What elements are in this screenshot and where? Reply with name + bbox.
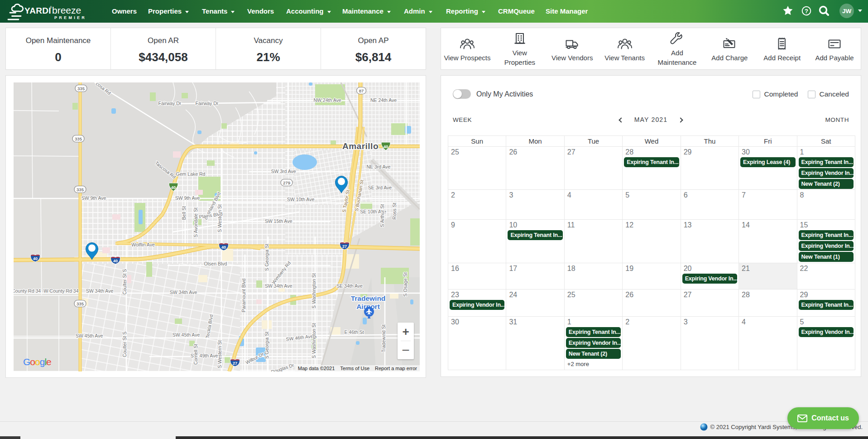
svg-text:S Avondale St: S Avondale St: [193, 207, 198, 237]
svg-text:335: 335: [77, 86, 85, 91]
svg-text:SW 3rd Ave: SW 3rd Ave: [271, 169, 296, 174]
svg-text:40: 40: [384, 144, 388, 149]
svg-text:NE 24th Ave: NE 24th Ave: [370, 97, 397, 103]
svg-text:?: ?: [805, 8, 808, 14]
svg-text:SW 45th Ave: SW 45th Ave: [173, 332, 200, 338]
svg-text:NW 24th Ave: NW 24th Ave: [313, 97, 341, 103]
svg-text:87: 87: [359, 88, 364, 93]
svg-text:SW 34th Ave: SW 34th Ave: [170, 289, 197, 295]
svg-text:Tradewind: Tradewind: [351, 294, 386, 302]
svg-text:SW 34th Ave: SW 34th Ave: [265, 283, 293, 289]
svg-text:335: 335: [75, 136, 82, 141]
svg-text:Wolflin Ave: Wolflin Ave: [131, 242, 155, 247]
svg-text:40: 40: [33, 256, 38, 261]
svg-text:E 46th St: E 46th St: [344, 329, 364, 335]
svg-text:40: 40: [171, 185, 176, 190]
svg-text:S Western St: S Western St: [217, 204, 222, 232]
svg-text:S Washington St: S Washington St: [311, 323, 317, 358]
svg-text:40: 40: [221, 245, 226, 250]
svg-text:S Osage St: S Osage St: [403, 272, 408, 297]
svg-text:27: 27: [233, 361, 237, 366]
svg-text:SE 3rd Ave: SE 3rd Ave: [368, 185, 392, 190]
svg-text:SW 15th Ave: SW 15th Ave: [265, 218, 293, 224]
svg-text:Coulter St S: Coulter St S: [122, 269, 127, 295]
svg-text:NE 3rd Ave: NE 3rd Ave: [367, 164, 391, 169]
svg-text:SW 9th Ave: SW 9th Ave: [82, 195, 106, 201]
svg-text:SE 34th Ave: SE 34th Ave: [336, 283, 363, 289]
svg-text:Ross St: Ross St: [392, 203, 397, 220]
svg-text:S Georgia St: S Georgia St: [264, 244, 269, 271]
svg-text:SW 9th Ave: SW 9th Ave: [175, 195, 200, 201]
svg-text:Fairway Dr: Fairway Dr: [196, 101, 219, 106]
svg-text:W County Rd 34: W County Rd 34: [43, 288, 78, 294]
svg-text:Cornell St: Cornell St: [193, 344, 198, 365]
svg-text:Tradewind St: Tradewind St: [381, 324, 386, 352]
svg-text:Gem Lake Rd: Gem Lake Rd: [176, 171, 206, 177]
svg-text:40: 40: [113, 259, 118, 263]
svg-text:SW 10th Ave: SW 10th Ave: [287, 197, 315, 202]
svg-text:Olsen Blvd: Olsen Blvd: [204, 261, 227, 266]
svg-text:S Georgia St: S Georgia St: [264, 332, 269, 359]
svg-text:County Rd 34: County Rd 34: [14, 288, 41, 294]
svg-text:S Western St: S Western St: [217, 340, 222, 368]
svg-text:Bell St: Bell St: [181, 206, 187, 220]
svg-text:279: 279: [283, 180, 290, 185]
svg-text:S Washington St: S Washington St: [311, 273, 317, 309]
svg-text:Coulter St S: Coulter St S: [122, 332, 127, 357]
svg-text:27: 27: [342, 244, 347, 249]
svg-text:335: 335: [77, 187, 84, 192]
svg-text:SW 45th Ave: SW 45th Ave: [76, 333, 103, 338]
svg-text:S Arthur St: S Arthur St: [379, 204, 385, 227]
svg-text:Amarillo: Amarillo: [342, 141, 379, 151]
svg-text:Fairway Dr: Fairway Dr: [158, 101, 182, 106]
svg-text:335: 335: [77, 301, 84, 306]
svg-text:JW: JW: [842, 8, 852, 14]
svg-text:Paramount Blvd: Paramount Blvd: [241, 278, 246, 312]
svg-text:SW 34th Ave: SW 34th Ave: [86, 288, 114, 294]
